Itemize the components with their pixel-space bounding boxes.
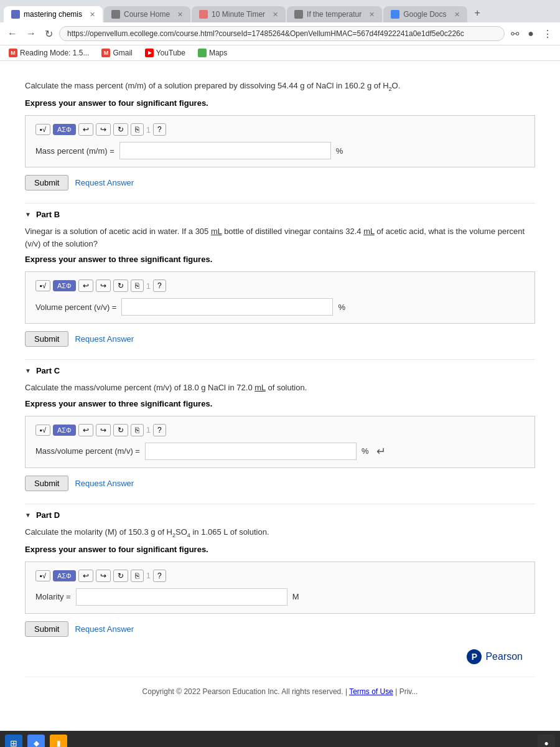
part-b-refresh-button[interactable]: ↻: [113, 280, 128, 292]
back-button[interactable]: ←: [5, 27, 20, 40]
part-d-greek-button[interactable]: ΑΣΦ: [53, 570, 76, 581]
part-c-unit: %: [362, 446, 369, 456]
part-a-undo-button[interactable]: ↩: [78, 123, 93, 136]
part-a-request-button[interactable]: Request Answer: [75, 178, 134, 187]
tab-temperature[interactable]: If the temperatur ✕: [287, 6, 382, 22]
part-b-format-icon: ▪√: [40, 282, 46, 289]
part-d-question: Calculate the molarity (M) of 150.3 g of…: [25, 526, 535, 540]
part-b-undo-button[interactable]: ↩: [78, 280, 93, 292]
tab-close-timer[interactable]: ✕: [273, 11, 278, 19]
part-b-greek-button[interactable]: ΑΣΦ: [53, 280, 76, 291]
part-b-answer-box: ▪√ ΑΣΦ ↩ ↪ ↻ ⎘ 1 ? Volume percent (v/v) …: [25, 271, 535, 324]
part-d-toolbar: ▪√ ΑΣΦ ↩ ↪ ↻ ⎘ 1 ?: [35, 570, 525, 582]
part-c-request-button[interactable]: Request Answer: [75, 479, 134, 488]
windows-icon: ⊞: [10, 738, 17, 747]
part-a-format-button[interactable]: ▪√: [35, 124, 50, 135]
part-b-redo-button[interactable]: ↪: [96, 280, 111, 292]
url-bar[interactable]: [59, 26, 505, 41]
part-c-refresh-button[interactable]: ↻: [113, 424, 128, 436]
main-content: Calculate the mass percent (m/m) of a so…: [0, 61, 560, 731]
keyboard-icon: ⎘: [135, 125, 139, 134]
part-d-help-button[interactable]: ?: [153, 570, 166, 582]
part-b-help-button[interactable]: ?: [153, 280, 166, 292]
toolbar-sep-a: 1: [146, 125, 151, 134]
part-a-section: Calculate the mass percent (m/m) of a so…: [25, 73, 535, 190]
format-icon: ▪√: [40, 126, 46, 133]
profile-button[interactable]: ●: [525, 27, 536, 40]
part-d-greek-label: ΑΣΦ: [57, 572, 72, 580]
part-d-keyboard-button[interactable]: ⎘: [131, 570, 144, 582]
part-c-redo-button[interactable]: ↪: [96, 424, 111, 436]
new-tab-button[interactable]: +: [469, 4, 487, 22]
part-d-input[interactable]: [76, 588, 287, 606]
tab-label-google-docs: Google Docs: [403, 10, 446, 19]
part-d-redo-button[interactable]: ↪: [96, 570, 111, 582]
part-b-keyboard-button[interactable]: ⎘: [131, 280, 144, 292]
tab-close-temperature[interactable]: ✕: [369, 11, 375, 19]
part-a-keyboard-button[interactable]: ⎘: [131, 123, 144, 136]
part-b-input[interactable]: [121, 298, 333, 316]
part-d-field-label: Molarity =: [35, 592, 71, 601]
refresh-button[interactable]: ↻: [42, 27, 55, 41]
part-b-request-button[interactable]: Request Answer: [75, 334, 134, 344]
taskbar-browser-icon[interactable]: ◆: [27, 735, 45, 747]
footer-terms-link[interactable]: Terms of Use: [349, 687, 393, 696]
bookmark-youtube[interactable]: YouTube: [141, 47, 189, 59]
part-d-input-row: Molarity = M: [35, 588, 525, 606]
tab-course-home[interactable]: Course Home ✕: [104, 6, 190, 22]
part-c-keyboard-button[interactable]: ⎘: [131, 424, 144, 436]
folder-icon: ▮: [57, 739, 61, 747]
part-a-submit-button[interactable]: Submit: [25, 175, 68, 190]
tab-close-google-docs[interactable]: ✕: [454, 11, 460, 19]
part-b-section: ▼ Part B Vinegar is a solution of acetic…: [25, 203, 535, 347]
part-a-question: Calculate the mass percent (m/m) of a so…: [25, 80, 535, 93]
bookmark-gmail[interactable]: M Gmail: [98, 47, 136, 59]
nav-bar: ← → ↻ ⚯ ● ⋮: [0, 22, 560, 45]
tab-icon-mastering: [11, 10, 20, 19]
part-d-header: ▼ Part D: [25, 510, 535, 520]
part-c-submit-button[interactable]: Submit: [25, 476, 68, 491]
part-d-format-button[interactable]: ▪√: [35, 570, 50, 581]
part-a-help-button[interactable]: ?: [153, 123, 166, 136]
part-b-label: Part B: [36, 210, 60, 219]
tab-icon-temperature: [294, 10, 303, 19]
part-c-input[interactable]: [145, 443, 357, 460]
tab-label-course-home: Course Home: [124, 10, 170, 19]
svg-marker-0: [148, 51, 152, 55]
taskbar-folder-icon[interactable]: ▮: [50, 735, 67, 747]
start-button[interactable]: ⊞: [5, 735, 22, 747]
menu-button[interactable]: ⋮: [540, 27, 555, 41]
part-a-refresh-button[interactable]: ↻: [113, 123, 128, 136]
part-c-help-button[interactable]: ?: [153, 424, 166, 436]
part-b-format-button[interactable]: ▪√: [35, 280, 50, 291]
tab-close-mastering[interactable]: ✕: [90, 11, 95, 19]
part-a-input-row: Mass percent (m/m) = %: [35, 142, 525, 159]
forward-button[interactable]: →: [24, 27, 39, 40]
part-a-redo-button[interactable]: ↪: [96, 123, 111, 136]
part-c-express: Express your answer to three significant…: [25, 399, 535, 408]
toolbar-sep-d: 1: [146, 571, 151, 580]
part-a-input[interactable]: [119, 142, 331, 159]
tab-timer[interactable]: 10 Minute Timer ✕: [192, 6, 286, 22]
part-c-undo-button[interactable]: ↩: [78, 424, 93, 436]
part-b-express: Express your answer to three significant…: [25, 255, 535, 264]
part-b-triangle: ▼: [25, 211, 31, 218]
part-c-format-button[interactable]: ▪√: [35, 425, 50, 436]
part-d-undo-button[interactable]: ↩: [78, 570, 93, 582]
part-d-submit-button[interactable]: Submit: [25, 621, 68, 637]
extensions-button[interactable]: ⚯: [508, 27, 521, 41]
part-d-refresh-button[interactable]: ↻: [113, 570, 128, 582]
tab-close-course-home[interactable]: ✕: [177, 11, 183, 19]
redo-icon: ↪: [100, 125, 106, 134]
part-a-greek-button[interactable]: ΑΣΦ: [53, 124, 76, 135]
tab-google-docs[interactable]: Google Docs ✕: [383, 6, 467, 22]
part-d-triangle: ▼: [25, 512, 31, 519]
taskbar-notification-icon[interactable]: ●: [538, 735, 555, 747]
bookmark-reading-mode[interactable]: M Reading Mode: 1.5...: [5, 47, 93, 59]
bookmark-maps[interactable]: Maps: [194, 47, 231, 59]
part-b-submit-button[interactable]: Submit: [25, 331, 68, 347]
tab-mastering-chemis[interactable]: mastering chemis ✕: [4, 6, 103, 22]
tab-label-timer: 10 Minute Timer: [212, 10, 265, 19]
part-c-greek-button[interactable]: ΑΣΦ: [53, 425, 76, 436]
part-d-request-button[interactable]: Request Answer: [75, 624, 134, 634]
